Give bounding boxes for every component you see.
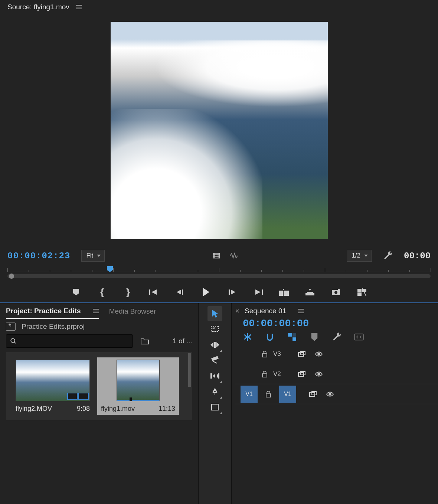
tab-media-browser[interactable]: Media Browser (109, 307, 156, 318)
svg-rect-24 (358, 293, 361, 295)
new-bin-icon[interactable] (140, 337, 149, 345)
transport-bar: { } (0, 282, 438, 302)
resolution-dropdown[interactable]: 1/2 (347, 250, 372, 262)
captions-icon[interactable] (354, 332, 364, 342)
svg-point-59 (318, 373, 320, 375)
pen-tool[interactable] (207, 384, 222, 399)
svg-rect-9 (229, 289, 230, 295)
preview-image (111, 22, 328, 239)
svg-rect-5 (149, 289, 150, 295)
close-sequence-button[interactable]: × (235, 307, 239, 315)
sync-lock-icon[interactable] (309, 391, 317, 397)
svg-point-26 (11, 338, 15, 343)
track-v1[interactable]: V1 V1 (235, 384, 438, 404)
scrub-handle[interactable] (9, 274, 14, 279)
target-track-v1[interactable]: V1 (279, 386, 296, 403)
clip-flying1[interactable]: flying1.mov 11:13 (97, 357, 179, 415)
mini-timeline[interactable] (0, 265, 438, 282)
svg-marker-11 (255, 289, 261, 295)
add-marker-button[interactable] (71, 287, 81, 297)
snap-icon[interactable] (265, 332, 275, 342)
timeline-timecode[interactable]: 00:00:00:00 (232, 317, 438, 331)
svg-rect-52 (262, 354, 267, 357)
source-title: Source: flying1.mov (7, 3, 69, 11)
filmstrip-icon[interactable] (212, 252, 220, 260)
source-timecode-out[interactable]: 00:00 (404, 251, 431, 261)
export-frame-button[interactable] (331, 287, 341, 297)
insert-button[interactable] (279, 287, 289, 297)
marker-icon[interactable] (310, 332, 319, 342)
panel-menu-icon[interactable] (76, 5, 82, 9)
svg-rect-14 (284, 291, 288, 295)
track-label: V3 (273, 350, 285, 358)
project-panel: Project: Practice Edits Media Browser Pr… (0, 303, 198, 504)
track-v3[interactable]: V3 (235, 344, 438, 364)
comparison-view-button[interactable] (357, 287, 367, 297)
toggle-output-icon[interactable] (315, 351, 323, 357)
tab-project[interactable]: Project: Practice Edits (6, 307, 99, 319)
ripple-edit-tool[interactable] (207, 337, 222, 352)
lock-icon[interactable] (261, 370, 268, 378)
svg-line-27 (14, 342, 16, 343)
svg-marker-32 (216, 342, 219, 347)
mark-in-button[interactable]: { (97, 287, 107, 297)
svg-rect-0 (213, 253, 220, 258)
clip-flying2[interactable]: flying2.MOV 9:08 (12, 357, 94, 415)
panel-menu-icon[interactable] (298, 309, 304, 313)
svg-rect-51 (354, 334, 363, 340)
drag-audio-icon[interactable] (229, 252, 239, 259)
source-timecode-in[interactable]: 00:00:02:23 (7, 251, 70, 261)
svg-rect-33 (212, 356, 218, 360)
source-panel: Source: flying1.mov 00:00:02:23 Fit 1/2 … (0, 0, 438, 303)
settings-wrench-icon[interactable] (383, 251, 393, 261)
zoom-dropdown[interactable]: Fit (81, 250, 105, 262)
toggle-output-icon[interactable] (315, 371, 323, 377)
insert-sequence-icon[interactable] (243, 332, 252, 342)
panel-menu-icon[interactable] (93, 309, 99, 313)
overwrite-button[interactable] (305, 287, 315, 297)
source-controls: 00:00:02:23 Fit 1/2 00:00 (0, 247, 438, 265)
timeline-settings-icon[interactable] (332, 332, 341, 342)
clip-duration: 9:08 (77, 405, 90, 413)
project-filename[interactable]: Practice Edits.prproj (22, 323, 85, 331)
selection-tool[interactable] (207, 306, 222, 321)
sequence-name[interactable]: Sequence 01 (245, 307, 286, 315)
sync-lock-icon[interactable] (298, 351, 306, 357)
razor-tool[interactable] (207, 353, 222, 368)
source-viewer[interactable] (0, 14, 438, 247)
source-patch-v1[interactable]: V1 (241, 386, 258, 403)
svg-rect-48 (288, 333, 292, 337)
lower-panels: Project: Practice Edits Media Browser Pr… (0, 303, 438, 504)
search-icon (10, 338, 17, 344)
rectangle-tool[interactable] (207, 400, 222, 415)
panel-tabs: Project: Practice Edits Media Browser (0, 303, 198, 319)
svg-rect-56 (262, 374, 267, 377)
sync-lock-icon[interactable] (298, 371, 306, 377)
slip-tool[interactable] (207, 369, 222, 383)
lock-icon[interactable] (261, 350, 268, 358)
play-button[interactable] (201, 287, 211, 297)
track-select-tool[interactable] (207, 322, 222, 337)
source-ruler[interactable] (7, 267, 431, 272)
av-badge-icon (67, 393, 89, 400)
step-back-button[interactable] (175, 287, 185, 297)
svg-line-46 (248, 335, 251, 337)
svg-marker-6 (151, 289, 157, 295)
svg-rect-39 (218, 373, 219, 379)
timeline-options (232, 331, 438, 344)
svg-rect-8 (182, 289, 183, 295)
track-label: V2 (273, 370, 285, 378)
step-forward-button[interactable] (227, 287, 237, 297)
lock-icon[interactable] (265, 390, 272, 398)
parent-bin-icon[interactable] (6, 323, 16, 331)
svg-marker-18 (309, 289, 311, 291)
track-v2[interactable]: V2 (235, 364, 438, 384)
go-to-in-button[interactable] (149, 287, 159, 297)
playhead-icon[interactable] (107, 266, 113, 272)
linked-selection-icon[interactable] (287, 332, 297, 342)
go-to-out-button[interactable] (253, 287, 263, 297)
scrubbar[interactable] (7, 274, 431, 278)
search-input[interactable] (6, 334, 133, 348)
mark-out-button[interactable]: } (123, 287, 133, 297)
toggle-output-icon[interactable] (326, 391, 334, 397)
